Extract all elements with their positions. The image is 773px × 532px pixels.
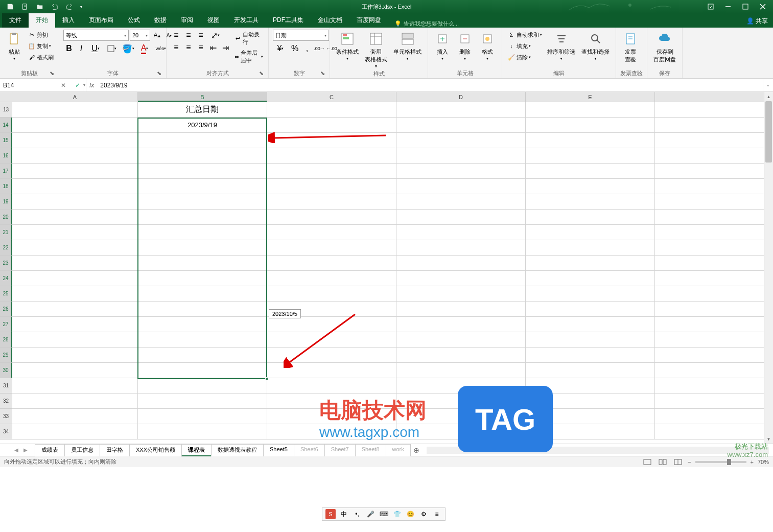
align-middle-button[interactable]: ≡: [183, 30, 194, 41]
row-header-21[interactable]: 21: [0, 225, 12, 240]
cell[interactable]: [12, 164, 138, 178]
delete-cells-button[interactable]: 删除▼: [455, 30, 475, 61]
cell[interactable]: [138, 179, 267, 194]
border-button[interactable]: ▾: [104, 43, 120, 54]
row-header-29[interactable]: 29: [0, 348, 12, 363]
number-format-combo[interactable]: 日期▾: [273, 30, 329, 41]
cell[interactable]: [12, 378, 138, 393]
currency-button[interactable]: ¥▾: [273, 43, 288, 54]
align-top-button[interactable]: ≡: [171, 30, 182, 41]
cell[interactable]: [12, 332, 138, 347]
cell[interactable]: [138, 164, 267, 178]
ime-emoji-icon[interactable]: 😊: [405, 511, 415, 518]
tab-baidu[interactable]: 百度网盘: [349, 13, 388, 28]
open-icon[interactable]: [33, 1, 47, 12]
zoom-out-button[interactable]: −: [688, 459, 691, 465]
cell[interactable]: [267, 332, 396, 347]
cell-styles-button[interactable]: 单元格样式▼: [391, 30, 424, 61]
cell[interactable]: [138, 210, 267, 224]
cell[interactable]: [138, 317, 267, 332]
row-header-19[interactable]: 19: [0, 194, 12, 210]
sheet-tab[interactable]: 成绩表: [35, 444, 65, 456]
cell[interactable]: [526, 363, 655, 378]
cell[interactable]: [526, 210, 655, 224]
cell[interactable]: [12, 133, 138, 148]
zoom-slider[interactable]: [695, 461, 746, 463]
cell[interactable]: [138, 194, 267, 209]
italic-button[interactable]: I: [76, 43, 87, 54]
cell[interactable]: [396, 271, 526, 286]
tab-home[interactable]: 开始: [29, 13, 55, 28]
cell[interactable]: [526, 240, 655, 255]
row-header-15[interactable]: 15: [0, 133, 12, 148]
cell[interactable]: [526, 179, 655, 194]
dialog-launcher-icon[interactable]: ⬊: [319, 70, 325, 76]
minimize-icon[interactable]: [720, 1, 736, 12]
cells-area[interactable]: 汇总日期2023/9/19: [12, 102, 764, 440]
cell[interactable]: [138, 332, 267, 347]
enter-icon[interactable]: ✓: [73, 82, 83, 89]
table-format-button[interactable]: 套用 表格格式▼: [363, 30, 389, 69]
cell[interactable]: [12, 409, 138, 424]
row-header-13[interactable]: 13: [0, 102, 12, 118]
cell[interactable]: [396, 256, 526, 270]
column-header-b[interactable]: B: [138, 92, 267, 102]
row-header-14[interactable]: 14: [0, 118, 12, 133]
decrease-indent-button[interactable]: ⇤: [207, 42, 219, 53]
ime-menu-icon[interactable]: ≡: [432, 511, 442, 518]
insert-cells-button[interactable]: 插入▼: [432, 30, 453, 61]
cell[interactable]: [396, 348, 526, 362]
tab-view[interactable]: 视图: [200, 13, 227, 28]
cell[interactable]: [12, 240, 138, 255]
cell[interactable]: [12, 271, 138, 286]
cell[interactable]: [396, 225, 526, 240]
cell[interactable]: [526, 194, 655, 209]
cell[interactable]: [12, 302, 138, 316]
save-icon[interactable]: [3, 1, 17, 12]
tab-review[interactable]: 审阅: [174, 13, 200, 28]
row-header-17[interactable]: 17: [0, 164, 12, 179]
underline-button[interactable]: U ▾: [88, 43, 103, 54]
cell[interactable]: [526, 348, 655, 362]
row-header-30[interactable]: 30: [0, 363, 12, 378]
cell[interactable]: [526, 271, 655, 286]
tab-page-layout[interactable]: 页面布局: [82, 13, 121, 28]
cell[interactable]: [12, 179, 138, 194]
ime-keyboard-icon[interactable]: ⌨: [379, 511, 389, 518]
cell[interactable]: [396, 302, 526, 316]
row-header-25[interactable]: 25: [0, 286, 12, 302]
cell[interactable]: 2023/9/19: [138, 118, 267, 132]
new-icon[interactable]: [18, 1, 32, 12]
cell[interactable]: [267, 133, 396, 148]
fill-color-button[interactable]: 🪣▾: [121, 43, 136, 54]
cell[interactable]: [12, 317, 138, 332]
cell[interactable]: [526, 102, 655, 117]
cell[interactable]: [12, 118, 138, 132]
cell[interactable]: [267, 179, 396, 194]
zoom-level[interactable]: 70%: [758, 459, 769, 465]
cell[interactable]: [138, 240, 267, 255]
tab-file[interactable]: 文件: [2, 13, 29, 28]
cell[interactable]: [396, 133, 526, 148]
cell[interactable]: [138, 409, 267, 424]
cell[interactable]: [267, 271, 396, 286]
save-baidu-button[interactable]: 保存到 百度网盘: [651, 30, 678, 64]
fx-icon[interactable]: fx: [86, 79, 97, 91]
tab-formulas[interactable]: 公式: [121, 13, 147, 28]
comma-button[interactable]: ,: [301, 43, 313, 54]
redo-icon[interactable]: [62, 1, 77, 12]
cell[interactable]: [526, 148, 655, 163]
sheet-tab[interactable]: 田字格: [100, 444, 130, 456]
cell[interactable]: [526, 302, 655, 316]
bold-button[interactable]: B: [63, 43, 75, 54]
cell[interactable]: [396, 102, 526, 117]
font-size-combo[interactable]: 20▾: [130, 30, 150, 41]
cell[interactable]: [526, 286, 655, 301]
cell[interactable]: [12, 148, 138, 163]
cell[interactable]: [138, 271, 267, 286]
row-header-24[interactable]: 24: [0, 271, 12, 286]
cut-button[interactable]: ✂剪切: [27, 30, 55, 40]
row-header-32[interactable]: 32: [0, 394, 12, 409]
align-bottom-button[interactable]: ≡: [195, 30, 206, 41]
sheet-tab[interactable]: 数据透视表教程: [211, 444, 264, 456]
